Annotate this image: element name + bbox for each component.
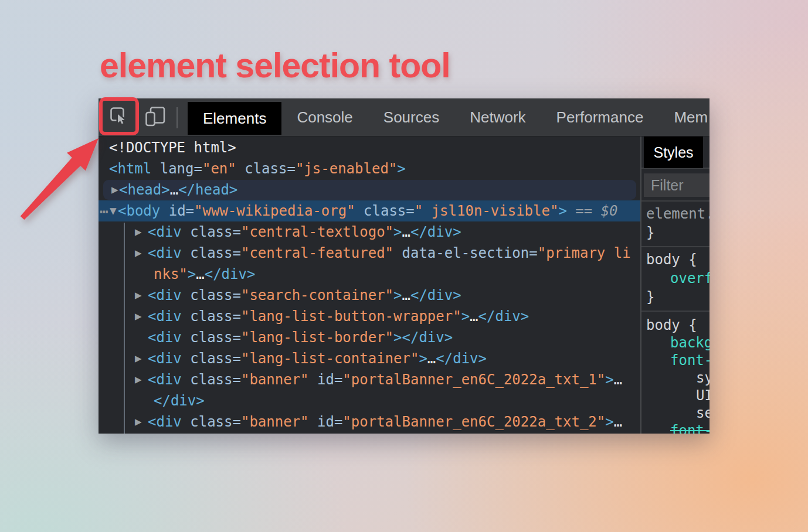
devtools-toolbar: ElementsConsoleSourcesNetworkPerformance… <box>99 98 709 137</box>
style-rule-line: sy <box>641 369 709 387</box>
tab-mem[interactable]: Mem <box>658 98 709 136</box>
style-rule-section: element.} <box>641 202 709 247</box>
dom-tree-row[interactable]: ▶<div class="central-textlogo">…</div> <box>99 221 640 243</box>
style-rule-line: } <box>641 288 709 306</box>
dom-tree-row[interactable]: <!DOCTYPE html> <box>99 137 640 158</box>
dom-node-code: <body id="www-wikipedia-org" class=" jsl… <box>118 200 618 221</box>
dom-tree-row[interactable]: ▶<head>…</head> <box>99 179 640 200</box>
style-rule-line: font- <box>641 422 709 434</box>
expand-arrow-icon[interactable]: ▶ <box>135 285 142 306</box>
dom-node-code: <div class="lang-list-button-wrapper">…<… <box>148 306 529 327</box>
expand-arrow-icon[interactable]: ▶ <box>135 243 142 264</box>
style-rule-line: font- <box>641 352 709 369</box>
dom-tree-row[interactable]: ▶<div class="search-container">…</div> <box>99 285 640 306</box>
styles-filter-row: Filter <box>641 169 709 202</box>
elements-tree: <!DOCTYPE html><html lang="en" class="js… <box>99 137 640 434</box>
toolbar-separator <box>176 107 178 128</box>
tab-styles[interactable]: Styles <box>644 137 703 168</box>
style-rule-line: } <box>641 223 709 242</box>
dom-tree-row[interactable]: ▶<div class="lang-list-container">…</div… <box>99 348 640 369</box>
dom-tree-row[interactable]: ▶<div class="banner" id="portalBanner_en… <box>99 411 640 432</box>
style-rule-line: element. <box>641 204 709 223</box>
screenshot-stage: element selection tool <box>0 0 808 532</box>
style-rule-line: se <box>641 404 709 422</box>
style-rule-section: body {overf} <box>641 247 709 312</box>
styles-panel: Styles Filter element.}body {overf}body … <box>640 137 709 434</box>
annotation-title: element selection tool <box>100 48 450 83</box>
dom-node-code: <div class="lang-list-container">…</div> <box>148 348 487 369</box>
dom-node-code: <div class="banner" id="portalBanner_en6… <box>148 369 622 390</box>
device-toolbar-button[interactable] <box>143 105 168 130</box>
dom-node-code: <div class="banner" id="portalBanner_en6… <box>148 411 622 432</box>
dom-node-code: <html lang="en" class="js-enabled"> <box>109 158 406 179</box>
style-rule-line: body { <box>641 250 709 269</box>
dom-tree-row[interactable]: <div class="lang-list-border"></div> <box>99 327 640 348</box>
dom-node-code: <div class="lang-list-border"></div> <box>148 327 453 348</box>
style-rule-line: body { <box>641 316 709 334</box>
expand-arrow-icon[interactable]: ▶ <box>135 348 142 369</box>
tab-elements[interactable]: Elements <box>188 102 281 135</box>
dom-tree-row[interactable]: ▶<div class="central-featured" data-el-s… <box>99 243 640 264</box>
dom-tree-row[interactable]: <html lang="en" class="js-enabled"> <box>99 158 640 179</box>
dom-tree-row[interactable]: nks">…</div> <box>99 264 640 285</box>
styles-filter-input[interactable]: Filter <box>644 173 709 197</box>
devtools-content: <!DOCTYPE html><html lang="en" class="js… <box>99 137 709 434</box>
tab-sources[interactable]: Sources <box>368 98 454 136</box>
expand-arrow-icon[interactable]: ▶ <box>135 369 142 390</box>
dom-tree-row[interactable]: …▼<body id="www-wikipedia-org" class=" j… <box>99 200 640 221</box>
expand-arrow-icon[interactable]: ▶ <box>135 306 142 327</box>
style-rule-section: body {backgfont-syUIsefont- <box>641 312 709 434</box>
dom-node-code: <div class="central-textlogo">…</div> <box>148 221 461 243</box>
tab-network[interactable]: Network <box>454 98 541 136</box>
dom-node-code: <div class="search-container">…</div> <box>148 285 461 306</box>
dom-tree-row[interactable]: </div> <box>99 390 640 411</box>
dom-node-code: </div> <box>154 390 205 411</box>
dom-node-code: nks">…</div> <box>154 264 255 285</box>
style-rule-line: overf <box>641 269 709 288</box>
dom-node-code: <div class="central-featured" data-el-se… <box>148 243 631 264</box>
annotation-arrow-icon <box>12 111 141 240</box>
style-rule-line: backg <box>641 334 709 352</box>
devtools-tabs: ElementsConsoleSourcesNetworkPerformance… <box>188 98 709 136</box>
style-rules: element.}body {overf}body {backgfont-syU… <box>641 202 709 434</box>
styles-tabbar: Styles <box>641 137 709 169</box>
dom-tree-row[interactable]: ▶<div class="banner" id="portalBanner_en… <box>99 369 640 390</box>
expand-arrow-icon[interactable]: ▶ <box>135 411 142 432</box>
tab-performance[interactable]: Performance <box>541 98 659 136</box>
device-toolbar-icon <box>144 105 167 130</box>
style-rule-line: UI <box>641 387 709 404</box>
devtools-window: ElementsConsoleSourcesNetworkPerformance… <box>99 98 709 434</box>
dom-tree-row[interactable]: ▶<div class="lang-list-button-wrapper">…… <box>99 306 640 327</box>
tab-console[interactable]: Console <box>281 98 368 136</box>
